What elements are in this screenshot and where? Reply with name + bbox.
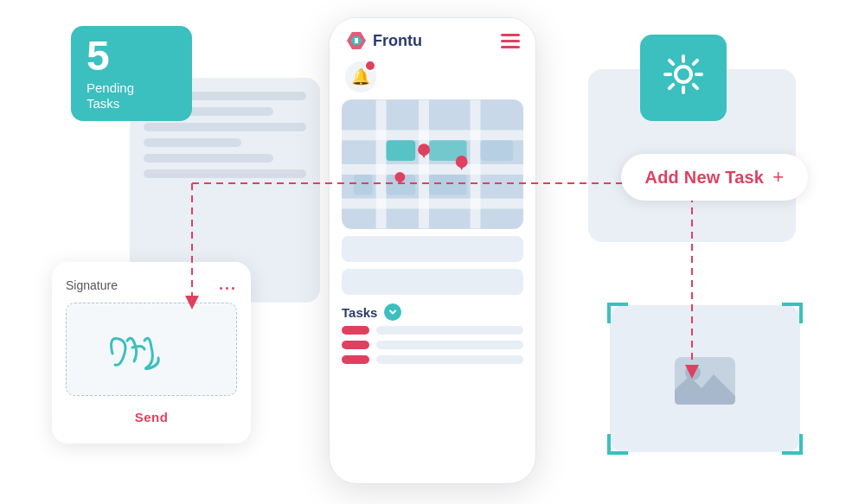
task-item [330, 355, 535, 364]
phone-logo: Frontu [345, 30, 422, 51]
signature-dots[interactable]: ... [219, 276, 237, 294]
add-new-task-button[interactable]: Add New Task + [621, 154, 808, 201]
svg-rect-7 [342, 199, 523, 209]
task-item [330, 326, 535, 335]
task-content-line [376, 326, 523, 335]
task-status-bar [342, 326, 369, 335]
svg-rect-13 [354, 175, 373, 195]
map-area [342, 99, 523, 229]
phone-header: Frontu [330, 18, 535, 58]
notification-bell-area: 🔔 [345, 61, 520, 93]
notification-badge [364, 60, 376, 72]
signature-card: Signature ... Send [52, 262, 251, 443]
svg-rect-3 [355, 38, 358, 43]
corner-bracket-bl [607, 434, 628, 455]
tasks-section-header: Tasks [330, 303, 535, 326]
gear-icon [660, 51, 707, 105]
task-content-line [376, 355, 523, 364]
pending-count: 5 [86, 35, 110, 77]
svg-point-0 [676, 67, 691, 82]
content-line [342, 269, 523, 295]
hamburger-line [501, 34, 520, 36]
signature-title: Signature [66, 278, 118, 292]
settings-card [640, 35, 727, 121]
tasks-label: Tasks [342, 305, 377, 320]
content-line [342, 236, 523, 262]
svg-rect-15 [429, 175, 467, 195]
hamburger-line [501, 46, 520, 48]
task-status-bar [342, 341, 369, 349]
scene: 5 PendingTasks Signature ... [0, 0, 865, 504]
phone-content-lines [342, 236, 523, 295]
bg-line [144, 123, 306, 131]
phone-mockup: Frontu 🔔 [329, 17, 536, 484]
svg-rect-11 [387, 140, 416, 161]
logo-icon [345, 30, 368, 51]
hamburger-line [501, 40, 520, 42]
send-button[interactable]: Send [66, 405, 237, 430]
corner-bracket-tr [782, 303, 803, 323]
app-name: Frontu [373, 32, 422, 50]
pending-tasks-card: 5 PendingTasks [71, 26, 192, 121]
svg-rect-16 [480, 140, 513, 161]
bg-line [144, 154, 273, 163]
add-task-label: Add New Task [645, 168, 765, 188]
hamburger-menu[interactable] [501, 34, 520, 48]
image-placeholder-card [610, 305, 800, 452]
task-status-bar [342, 355, 369, 364]
signature-header: Signature ... [66, 276, 237, 294]
add-task-plus-icon: + [772, 166, 784, 188]
bg-line [144, 169, 306, 178]
tasks-down-icon[interactable] [384, 303, 401, 321]
corner-bracket-tl [607, 303, 628, 323]
signature-area[interactable] [66, 303, 237, 396]
pending-label: PendingTasks [86, 80, 134, 112]
svg-rect-9 [419, 100, 429, 229]
bg-line [144, 138, 241, 147]
svg-rect-6 [342, 164, 523, 175]
svg-rect-8 [376, 100, 387, 229]
svg-rect-5 [342, 130, 523, 140]
svg-rect-10 [471, 100, 481, 229]
corner-bracket-br [782, 434, 803, 455]
task-item [330, 341, 535, 349]
task-content-line [376, 341, 523, 349]
